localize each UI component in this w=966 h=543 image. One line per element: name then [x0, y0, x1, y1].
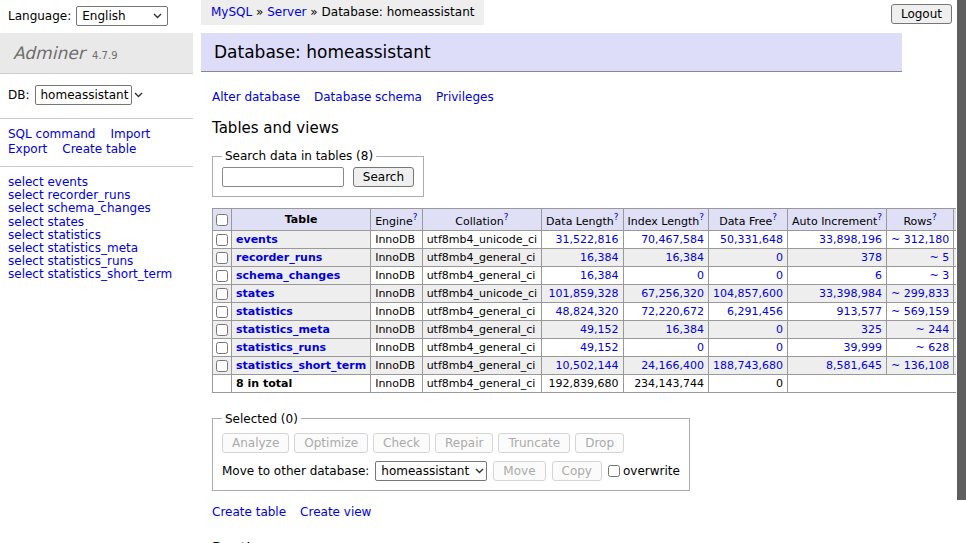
row-checkbox[interactable] — [216, 324, 228, 336]
data-free-link[interactable]: 0 — [776, 323, 783, 336]
data-length-link[interactable]: 10,502,144 — [556, 359, 619, 372]
sidebar-action-create-table[interactable]: Create table — [62, 142, 136, 156]
link-create-view[interactable]: Create view — [300, 505, 371, 519]
row-checkbox[interactable] — [216, 306, 228, 318]
data-free-link[interactable]: 104,857,600 — [713, 287, 783, 300]
auto-increment-link[interactable]: 33,398,984 — [819, 287, 882, 300]
sidebar-item-select-schema-changes[interactable]: select schema_changes — [8, 202, 185, 215]
sidebar-action-import[interactable]: Import — [110, 127, 150, 141]
move-database-select[interactable]: homeassistant — [375, 461, 487, 481]
bulk-truncate-button[interactable]: Truncate — [498, 433, 570, 453]
logout-button[interactable]: Logout — [891, 4, 952, 24]
index-length-link[interactable]: 16,384 — [666, 251, 705, 264]
data-length-link[interactable]: 49,152 — [580, 323, 619, 336]
scrollbar-track[interactable] — [956, 0, 966, 543]
move-button[interactable]: Move — [493, 461, 545, 481]
index-length-link[interactable]: 67,256,320 — [641, 287, 704, 300]
breadcrumb-server[interactable]: Server — [267, 5, 306, 19]
rows-link[interactable]: ~ 628 — [915, 341, 949, 354]
data-length-link[interactable]: 48,824,320 — [556, 305, 619, 318]
auto-increment-link[interactable]: 39,999 — [844, 341, 883, 354]
table-link-statistics-meta[interactable]: statistics_meta — [236, 323, 330, 336]
row-checkbox[interactable] — [216, 252, 228, 264]
bulk-drop-button[interactable]: Drop — [575, 433, 624, 453]
engine-cell: InnoDB — [371, 320, 422, 338]
help-icon[interactable]: ? — [772, 212, 777, 222]
rows-link[interactable]: ~ 5 — [929, 251, 949, 264]
link-alter-database[interactable]: Alter database — [212, 90, 300, 104]
link-database-schema[interactable]: Database schema — [314, 90, 422, 104]
collation-cell: utf8mb4_general_ci — [422, 356, 541, 374]
index-length-link[interactable]: 70,467,584 — [641, 233, 704, 246]
bulk-analyze-button[interactable]: Analyze — [222, 433, 289, 453]
sidebar-item-select-statistics-short-term[interactable]: select statistics_short_term — [8, 268, 185, 281]
data-free-link[interactable]: 188,743,680 — [713, 359, 783, 372]
scrollbar-thumb[interactable] — [957, 0, 966, 500]
data-length-cell: 48,824,320 — [542, 302, 623, 320]
index-length-link[interactable]: 72,220,672 — [641, 305, 704, 318]
select-all-checkbox[interactable] — [216, 214, 228, 226]
data-free-link[interactable]: 50,331,648 — [720, 233, 783, 246]
row-checkbox[interactable] — [216, 234, 228, 246]
table-link-recorder-runs[interactable]: recorder_runs — [236, 251, 322, 264]
rows-link[interactable]: ~ 136,108 — [891, 359, 949, 372]
auto-increment-link[interactable]: 6 — [875, 269, 882, 282]
data-free-link[interactable]: 0 — [776, 341, 783, 354]
row-checkbox[interactable] — [216, 342, 228, 354]
index-length-cell: 0 — [623, 338, 709, 356]
link-privileges[interactable]: Privileges — [436, 90, 494, 104]
auto-increment-link[interactable]: 325 — [861, 323, 882, 336]
index-length-link[interactable]: 16,384 — [666, 323, 705, 336]
breadcrumb-mysql[interactable]: MySQL — [211, 5, 252, 19]
index-length-link[interactable]: 0 — [697, 341, 704, 354]
index-length-link[interactable]: 24,166,400 — [641, 359, 704, 372]
help-icon[interactable]: ? — [413, 212, 418, 222]
help-icon[interactable]: ? — [877, 212, 882, 222]
data-length-link[interactable]: 16,384 — [580, 251, 619, 264]
db-select[interactable]: homeassistant — [35, 85, 132, 105]
rows-link[interactable]: ~ 244 — [915, 323, 949, 336]
search-input[interactable] — [222, 167, 344, 187]
copy-button[interactable]: Copy — [552, 461, 602, 481]
help-icon[interactable]: ? — [504, 212, 509, 222]
data-length-link[interactable]: 31,522,816 — [556, 233, 619, 246]
sidebar-item-select-states[interactable]: select states — [8, 216, 185, 229]
language-select[interactable]: English — [76, 6, 168, 26]
data-length-cell: 16,384 — [542, 266, 623, 284]
sidebar-action-export[interactable]: Export — [8, 142, 47, 156]
rows-link[interactable]: ~ 569,159 — [891, 305, 949, 318]
table-link-schema-changes[interactable]: schema_changes — [236, 269, 340, 282]
table-link-statistics-short-term[interactable]: statistics_short_term — [236, 359, 366, 372]
data-length-link[interactable]: 49,152 — [580, 341, 619, 354]
rows-link[interactable]: ~ 312,180 — [891, 233, 949, 246]
data-free-link[interactable]: 0 — [776, 269, 783, 282]
help-icon[interactable]: ? — [614, 212, 619, 222]
data-length-link[interactable]: 101,859,328 — [549, 287, 619, 300]
auto-increment-link[interactable]: 913,577 — [837, 305, 883, 318]
help-icon[interactable]: ? — [699, 212, 704, 222]
rows-link[interactable]: ~ 3 — [929, 269, 949, 282]
data-free-link[interactable]: 0 — [776, 251, 783, 264]
link-create-table[interactable]: Create table — [212, 505, 286, 519]
auto-increment-link[interactable]: 33,898,196 — [819, 233, 882, 246]
table-link-states[interactable]: states — [236, 287, 275, 300]
rows-link[interactable]: ~ 299,833 — [891, 287, 949, 300]
index-length-link[interactable]: 0 — [697, 269, 704, 282]
sidebar-action-sql-command[interactable]: SQL command — [8, 127, 95, 141]
bulk-repair-button[interactable]: Repair — [435, 433, 493, 453]
data-length-link[interactable]: 16,384 — [580, 269, 619, 282]
overwrite-checkbox[interactable] — [608, 465, 620, 477]
bulk-optimize-button[interactable]: Optimize — [294, 433, 368, 453]
row-checkbox[interactable] — [216, 360, 228, 372]
table-link-events[interactable]: events — [236, 233, 278, 246]
auto-increment-link[interactable]: 8,581,645 — [826, 359, 882, 372]
bulk-check-button[interactable]: Check — [373, 433, 430, 453]
search-button[interactable]: Search — [353, 167, 414, 187]
table-link-statistics-runs[interactable]: statistics_runs — [236, 341, 326, 354]
table-link-statistics[interactable]: statistics — [236, 305, 293, 318]
data-free-link[interactable]: 6,291,456 — [727, 305, 783, 318]
auto-increment-link[interactable]: 378 — [861, 251, 882, 264]
row-checkbox[interactable] — [216, 288, 228, 300]
help-icon[interactable]: ? — [932, 212, 937, 222]
row-checkbox[interactable] — [216, 270, 228, 282]
